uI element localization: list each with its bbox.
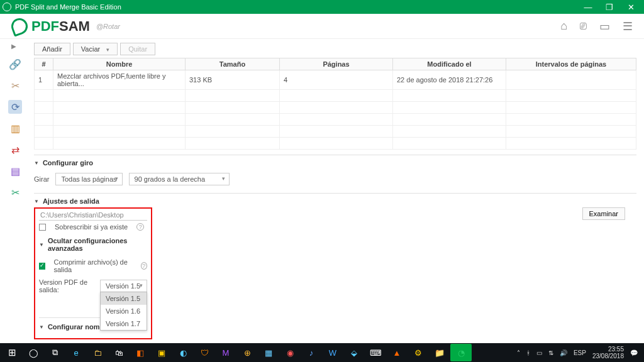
extract-icon[interactable]: ▥	[8, 121, 22, 135]
rotate-label: Girar	[34, 175, 49, 183]
split-icon[interactable]: ✂	[8, 79, 22, 92]
explorer-taskbar[interactable]: 🗀	[87, 344, 108, 361]
windows-taskbar: ⊞ ◯ ⧉ e 🗀 🛍 ◧ ▣ ◐ 🛡 M ⊕ ▦ ◉ ♪ W ⬙ ⌨ ▲ ⚙ …	[0, 343, 644, 362]
compress-checkbox[interactable]	[39, 263, 45, 270]
app-taskbar[interactable]: 🛡	[194, 344, 215, 361]
col-name[interactable]: Nombre	[53, 58, 186, 70]
window-title: PDF Split and Merge Basic Edition	[15, 3, 121, 11]
clear-button[interactable]: Vaciar	[73, 43, 118, 55]
maximize-button[interactable]: ❐	[599, 0, 620, 14]
split-size-icon[interactable]: ✂	[8, 185, 22, 199]
rotate-angle-select[interactable]: 90 grados a la derecha	[129, 173, 230, 185]
help-icon[interactable]: ?	[136, 223, 144, 231]
rotate-scope-select[interactable]: Todas las páginas	[55, 173, 122, 185]
col-modified[interactable]: Modificado el	[393, 58, 506, 70]
home-icon[interactable]: ⌂	[560, 19, 567, 33]
output-path-input[interactable]	[39, 210, 147, 221]
overwrite-label: Sobrescribir si ya existe	[55, 223, 128, 231]
app-taskbar[interactable]: ♪	[301, 344, 322, 361]
word-taskbar[interactable]: W	[322, 344, 343, 361]
app-taskbar[interactable]: ▦	[258, 344, 279, 361]
output-section-head[interactable]: Ajustes de salida	[34, 193, 636, 209]
edge-taskbar[interactable]: e	[65, 344, 87, 361]
app-taskbar[interactable]: ⊕	[236, 344, 258, 361]
highlight-box: Sobrescribir si ya existe ? Ocultar conf…	[34, 207, 152, 339]
table-row[interactable]: 1 Mezclar archivos PDF,fuente libre y ab…	[35, 70, 636, 90]
logo-icon	[9, 16, 30, 36]
sidebar: ▶ 🔗 ✂ ⟳ ▥ ⇄ ▤ ✂	[0, 39, 30, 343]
tray-wifi-icon[interactable]: ⇅	[548, 349, 553, 356]
table-row	[35, 126, 636, 138]
rotate-section-head[interactable]: Configurar giro	[34, 155, 636, 170]
tray-bt-icon[interactable]: ᚼ	[526, 349, 530, 356]
app-taskbar[interactable]: ⚙	[408, 344, 429, 361]
news-icon[interactable]: ⎚	[580, 19, 587, 33]
file-table: # Nombre Tamaño Páginas Modificado el In…	[34, 58, 636, 150]
app-taskbar[interactable]: ▣	[151, 344, 172, 361]
col-size[interactable]: Tamaño	[186, 58, 280, 70]
remove-button[interactable]: Quitar	[120, 43, 155, 55]
pdf-version-select[interactable]: Versión 1.5	[100, 280, 147, 292]
start-button[interactable]: ⊞	[1, 344, 23, 361]
advanced-head[interactable]: Ocultar configuraciones avanzadas	[39, 233, 147, 256]
help-icon[interactable]: ?	[141, 262, 147, 270]
pdf-version-label: Version PDF de salida:	[39, 278, 94, 293]
app-icon	[3, 3, 11, 11]
mix-icon[interactable]: ⇄	[8, 143, 22, 156]
col-num[interactable]: #	[35, 58, 53, 70]
sidebar-collapse[interactable]: ▶	[11, 43, 16, 50]
menu-icon[interactable]: ☰	[623, 19, 633, 33]
table-row	[35, 102, 636, 114]
dropdown-option[interactable]: Versión 1.6	[101, 305, 147, 317]
browse-button[interactable]: Examinar	[582, 207, 625, 220]
app-taskbar[interactable]: ⌨	[365, 344, 386, 361]
pdf-version-dropdown: Versión 1.5 Versión 1.6 Versión 1.7	[100, 292, 147, 331]
search-taskbar[interactable]: ◯	[23, 344, 44, 361]
app-taskbar[interactable]: ◐	[172, 344, 194, 361]
tray-sound-icon[interactable]: 🔊	[560, 349, 567, 356]
brand-subtitle: @Rotar	[96, 23, 120, 30]
window-icon[interactable]: ▭	[599, 19, 610, 33]
store-taskbar[interactable]: 🛍	[108, 344, 130, 361]
pdfsam-taskbar[interactable]: ◔	[450, 344, 472, 361]
app-taskbar[interactable]: 📁	[429, 344, 450, 361]
merge-icon[interactable]: 🔗	[8, 57, 22, 71]
minimize-button[interactable]: —	[577, 0, 599, 14]
app-toolbar: PDFSAM @Rotar ⌂ ⎚ ▭ ☰	[0, 14, 644, 39]
window-titlebar: PDF Split and Merge Basic Edition — ❐ ✕	[0, 0, 644, 14]
app-taskbar[interactable]: ◉	[279, 344, 301, 361]
app-taskbar[interactable]: M	[215, 344, 236, 361]
compress-label: Comprimir archivo(s) de salida	[54, 258, 132, 273]
add-button[interactable]: Añadir	[34, 43, 70, 55]
app-taskbar[interactable]: ◧	[130, 344, 151, 361]
tray-up-icon[interactable]: ˄	[517, 349, 520, 356]
table-row	[35, 138, 636, 150]
overwrite-checkbox[interactable]	[39, 224, 46, 231]
table-row	[35, 90, 636, 102]
dropdown-option[interactable]: Versión 1.7	[101, 317, 147, 330]
tray-clock[interactable]: 23:5523/08/2018	[592, 346, 624, 359]
col-pages[interactable]: Páginas	[280, 58, 393, 70]
app-taskbar[interactable]: ▲	[386, 344, 408, 361]
split-bookmarks-icon[interactable]: ▤	[8, 164, 22, 178]
app-logo: PDFSAM @Rotar	[11, 18, 120, 35]
tray-battery-icon[interactable]: ▭	[536, 349, 542, 356]
col-ranges[interactable]: Intervalos de páginas	[506, 58, 636, 70]
task-view[interactable]: ⧉	[44, 344, 65, 361]
tray-lang[interactable]: ESP	[574, 349, 586, 356]
app-taskbar[interactable]: ⬙	[343, 344, 365, 361]
tray-notifications-icon[interactable]: 💬	[630, 349, 638, 356]
close-button[interactable]: ✕	[620, 0, 641, 14]
rotate-icon[interactable]: ⟳	[8, 100, 22, 114]
table-row	[35, 114, 636, 126]
dropdown-option[interactable]: Versión 1.5	[101, 292, 147, 305]
